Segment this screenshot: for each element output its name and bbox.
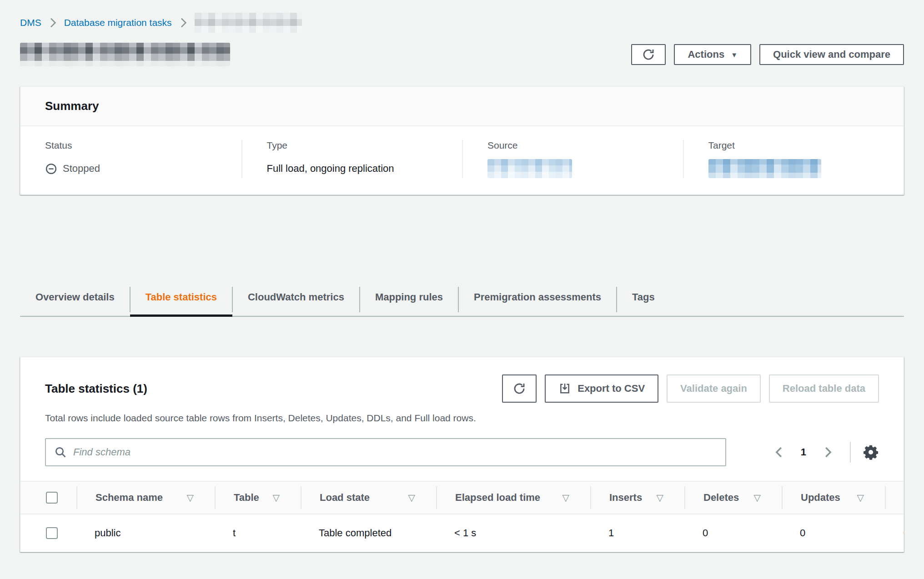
chevron-right-icon (821, 445, 834, 459)
select-all-checkbox[interactable] (46, 492, 58, 504)
cell-inserts: 1 (590, 527, 684, 539)
dms-task-page: DMS Database migration tasks Actions ▼ Q… (0, 13, 924, 552)
reload-label: Reload table data (783, 383, 865, 394)
tab-tags[interactable]: Tags (617, 282, 670, 316)
source-label: Source (487, 140, 665, 151)
chevron-left-icon (773, 445, 786, 459)
status-text: Stopped (63, 163, 100, 175)
column-header-deletes[interactable]: Deletes ▽ (684, 486, 782, 509)
validate-again-button[interactable]: Validate again (667, 374, 761, 403)
column-header-inserts[interactable]: Inserts ▽ (590, 486, 684, 509)
column-header-schema-name[interactable]: Schema name ▽ (76, 486, 215, 509)
previous-page-button[interactable] (771, 444, 788, 461)
tab-table-statistics[interactable]: Table statistics (130, 282, 232, 316)
table-settings-button[interactable] (863, 444, 879, 460)
cell-elapsed-load-time: < 1 s (436, 527, 590, 539)
breadcrumb: DMS Database migration tasks (20, 13, 904, 33)
summary-title: Summary (45, 99, 879, 113)
sort-icon: ▽ (857, 492, 864, 503)
row-select-cell (20, 527, 76, 539)
cell-schema-name: public (76, 527, 215, 539)
type-value: Full load, ongoing replication (267, 159, 444, 178)
refresh-button[interactable] (631, 44, 666, 65)
page-header: Actions ▼ Quick view and compare (20, 43, 904, 66)
summary-source-field: Source (462, 140, 683, 178)
cell-deletes: 0 (684, 527, 782, 539)
sort-icon: ▽ (562, 492, 569, 503)
actions-button[interactable]: Actions ▼ (674, 44, 751, 65)
validate-label: Validate again (680, 383, 747, 394)
next-page-button[interactable] (819, 444, 836, 461)
column-label: Load state (320, 492, 370, 504)
sort-icon: ▽ (408, 492, 415, 503)
breadcrumb-dms-link[interactable]: DMS (20, 17, 41, 28)
column-header-updates[interactable]: Updates ▽ (782, 486, 885, 509)
type-label: Type (267, 140, 444, 151)
sort-icon: ▽ (657, 492, 663, 503)
quick-view-label: Quick view and compare (773, 49, 890, 60)
select-all-cell (20, 492, 76, 504)
breadcrumb-tasks-link[interactable]: Database migration tasks (64, 17, 172, 28)
column-label: Updates (801, 492, 840, 504)
summary-status-field: Status Stopped (20, 140, 241, 178)
column-label: Schema name (95, 492, 163, 504)
column-header-ddls-clipped[interactable]: D (885, 486, 904, 509)
summary-type-field: Type Full load, ongoing replication (241, 140, 462, 178)
status-label: Status (45, 140, 223, 151)
table-description: Total rows include loaded source table r… (20, 413, 904, 424)
column-header-elapsed-load-time[interactable]: Elapsed load time ▽ (436, 486, 590, 509)
reload-table-data-button[interactable]: Reload table data (769, 374, 879, 403)
task-name-redacted (20, 43, 230, 66)
table-statistics-title: Table statistics (1) (45, 382, 147, 396)
target-label: Target (708, 140, 886, 151)
current-page-number: 1 (801, 446, 806, 458)
column-header-load-state[interactable]: Load state ▽ (301, 486, 436, 509)
summary-target-field: Target (683, 140, 904, 178)
pagination: 1 (771, 442, 879, 463)
tab-overview-details[interactable]: Overview details (20, 282, 130, 316)
target-endpoint-redacted[interactable] (708, 159, 821, 178)
source-endpoint-redacted[interactable] (487, 159, 572, 178)
row-checkbox[interactable] (46, 527, 58, 539)
export-to-csv-button[interactable]: Export to CSV (545, 374, 658, 403)
task-tabs: Overview details Table statistics CloudW… (20, 282, 904, 317)
sort-icon: ▽ (754, 492, 761, 503)
column-label: Table (234, 492, 259, 504)
chevron-right-icon (179, 17, 187, 28)
breadcrumb-task-name-redacted (195, 13, 302, 33)
table-title-text: Table statistics (45, 382, 130, 395)
tab-cloudwatch-metrics[interactable]: CloudWatch metrics (232, 282, 360, 316)
table-filter-row: 1 (20, 438, 904, 466)
table-header-row: Schema name ▽ Table ▽ Load state ▽ Elaps… (20, 481, 904, 514)
chevron-right-icon (49, 17, 57, 28)
tab-premigration-assessments[interactable]: Premigration assessments (458, 282, 617, 316)
sort-icon: ▽ (273, 492, 280, 503)
summary-body: Status Stopped Type Full load, ongoing r… (20, 126, 904, 195)
column-label: Deletes (703, 492, 739, 504)
refresh-icon (642, 48, 655, 61)
header-actions: Actions ▼ Quick view and compare (631, 44, 904, 65)
table-statistics-panel: Table statistics (1) Export to CSV Valid… (20, 357, 904, 552)
column-label: Elapsed load time (455, 492, 540, 504)
table-panel-header: Table statistics (1) Export to CSV Valid… (20, 374, 904, 403)
refresh-icon (512, 382, 526, 395)
gear-icon (863, 444, 879, 460)
actions-button-label: Actions (688, 49, 724, 60)
cell-updates: 0 (782, 527, 885, 539)
cell-table: t (215, 527, 301, 539)
column-header-table[interactable]: Table ▽ (215, 486, 301, 509)
table-refresh-button[interactable] (502, 374, 537, 403)
download-icon (558, 382, 571, 395)
export-label: Export to CSV (578, 383, 645, 394)
column-label: Inserts (609, 492, 642, 504)
schema-search-box (45, 438, 726, 466)
status-value: Stopped (45, 159, 223, 178)
quick-view-and-compare-button[interactable]: Quick view and compare (759, 44, 904, 65)
table-count-badge: (1) (133, 382, 147, 395)
summary-panel-header: Summary (20, 87, 904, 126)
caret-down-icon: ▼ (731, 51, 738, 58)
cell-load-state: Table completed (301, 527, 436, 539)
find-schema-input[interactable] (73, 446, 717, 458)
stopped-icon (45, 163, 57, 175)
tab-mapping-rules[interactable]: Mapping rules (360, 282, 458, 316)
